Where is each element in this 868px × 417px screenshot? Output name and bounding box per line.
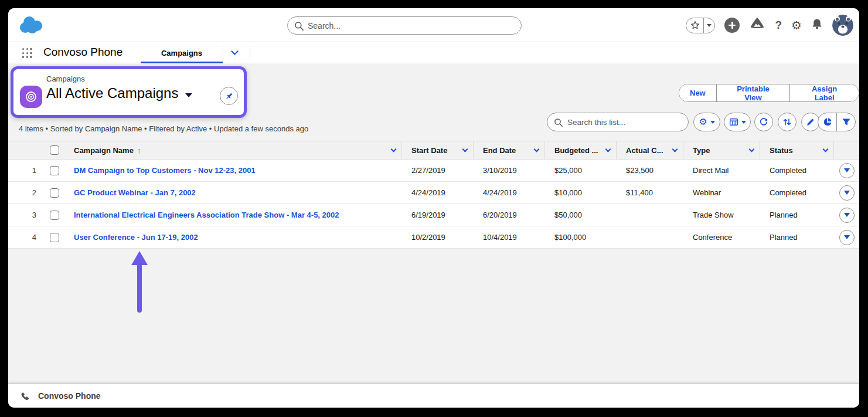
list-view-controls-button[interactable]: ⚙ [693,113,720,131]
search-icon [554,118,563,127]
chevron-down-icon[interactable] [391,147,397,152]
phone-icon [20,391,30,401]
campaign-name-link[interactable]: DM Campaign to Top Customers - Nov 12-23… [74,166,256,175]
list-search [547,113,689,131]
column-header-type[interactable]: Type [683,141,760,159]
end-date-cell: 3/10/2019 [474,166,545,175]
active-tab-underline [141,62,223,63]
status-cell: Completed [760,188,834,197]
favorites-dropdown-icon[interactable] [703,18,714,33]
page-title: All Active Campaigns [46,85,178,101]
filters-button[interactable] [836,113,855,131]
campaign-name-link[interactable]: User Conference - Jun 17-19, 2002 [74,233,198,242]
salesforce-logo-icon [18,15,45,38]
row-checkbox[interactable] [50,211,59,220]
utility-item-convoso-phone[interactable]: Convoso Phone [8,391,101,401]
chevron-down-icon[interactable] [749,147,755,152]
column-header-budgeted-cost[interactable]: Budgeted ... [545,141,617,159]
annotation-highlight-box: Campaigns All Active Campaigns [11,66,247,118]
campaign-name-link[interactable]: International Electrical Engineers Assoc… [74,211,339,219]
favorites-button[interactable] [686,18,715,33]
row-actions-button[interactable] [839,208,855,223]
chevron-down-icon[interactable] [534,147,540,152]
row-number: 2 [8,188,45,197]
global-search-input[interactable] [308,18,513,33]
display-as-button[interactable] [724,113,751,131]
row-actions-button[interactable] [839,185,855,201]
chart-filter-buttons [818,113,856,131]
chevron-down-icon[interactable] [462,147,468,152]
help-icon[interactable]: ? [775,19,782,32]
app-launcher-waffle-icon[interactable] [22,48,32,58]
list-view-caret-icon [185,93,192,97]
notifications-bell-icon[interactable] [811,18,823,32]
assign-label-button[interactable]: Assign Label [789,84,859,101]
column-header-status[interactable]: Status [760,141,834,159]
user-avatar[interactable] [832,15,853,36]
table-header-row: Campaign Name↑ Start Date End Date Budge… [8,141,859,160]
list-search-input[interactable] [567,114,683,130]
actual-cost-cell: $11,400 [617,188,683,197]
refresh-icon [759,117,768,127]
status-cell: Planned [760,233,834,242]
favorites-star-icon[interactable] [686,18,703,33]
column-header-start-date[interactable]: Start Date [402,141,474,159]
status-cell: Planned [760,211,834,219]
setup-gear-icon[interactable]: ⚙ [791,19,802,31]
app-name: Convoso Phone [43,46,122,59]
header-icons: ? ⚙ [686,8,853,42]
start-date-cell: 6/19/2019 [402,211,474,219]
global-actions-plus-icon[interactable] [724,18,740,33]
row-actions-button[interactable] [839,163,855,178]
budgeted-cost-cell: $10,000 [545,188,617,197]
new-button[interactable]: New [679,84,716,101]
tab-campaigns[interactable]: Campaigns [141,43,223,63]
row-checkbox[interactable] [50,233,59,242]
column-header-actual-cost[interactable]: Actual C... [617,141,683,159]
start-date-cell: 2/27/2019 [402,166,474,175]
dropdown-triangle-icon [844,213,850,217]
search-icon [294,21,304,31]
row-number: 3 [8,211,45,219]
row-actions-button[interactable] [839,230,855,245]
chevron-down-icon[interactable] [672,147,678,152]
sort-arrows-icon [782,117,792,127]
object-label: Campaigns [46,74,85,83]
column-header-end-date[interactable]: End Date [474,141,545,159]
dropdown-triangle-icon [844,191,850,195]
table-row: 4 User Conference - Jun 17-19, 2002 10/2… [8,226,859,249]
table-row: 1 DM Campaign to Top Customers - Nov 12-… [8,160,859,182]
salesforce-window: ? ⚙ Co [8,8,859,408]
charts-button[interactable] [818,113,836,131]
status-cell: Completed [760,166,834,175]
campaigns-table: Campaign Name↑ Start Date End Date Budge… [8,141,859,249]
select-all-checkbox[interactable] [50,145,59,155]
gear-icon: ⚙ [699,117,707,127]
list-summary: 4 items • Sorted by Campaign Name • Filt… [19,124,308,133]
list-action-buttons: New Printable View Assign Label [679,84,859,102]
end-date-cell: 6/20/2019 [474,211,545,219]
utility-bar: Convoso Phone [8,384,859,408]
tab-dropdown-chevron-icon[interactable] [231,48,239,55]
refresh-button[interactable] [754,113,773,131]
chevron-down-icon[interactable] [605,147,611,152]
printable-view-button[interactable]: Printable View [716,84,789,101]
campaign-name-link[interactable]: GC Product Webinar - Jan 7, 2002 [74,188,196,197]
type-cell: Conference [683,233,760,242]
column-header-campaign-name[interactable]: Campaign Name↑ [64,141,402,159]
row-number: 4 [8,233,45,242]
list-view-selector[interactable]: All Active Campaigns [46,85,192,101]
sort-button[interactable] [778,113,796,131]
annotation-arrow-up [131,251,148,313]
trailhead-icon[interactable] [749,16,765,34]
table-row: 2 GC Product Webinar - Jan 7, 2002 4/24/… [8,182,859,204]
end-date-cell: 10/4/2019 [474,233,545,242]
row-checkbox[interactable] [50,188,59,198]
budgeted-cost-cell: $50,000 [545,211,617,219]
chevron-down-icon[interactable] [823,147,829,152]
global-header: ? ⚙ [8,8,859,42]
sort-asc-arrow: ↑ [137,146,141,155]
type-cell: Direct Mail [683,166,760,175]
pin-list-view-button[interactable] [220,87,238,105]
row-checkbox[interactable] [50,166,59,175]
